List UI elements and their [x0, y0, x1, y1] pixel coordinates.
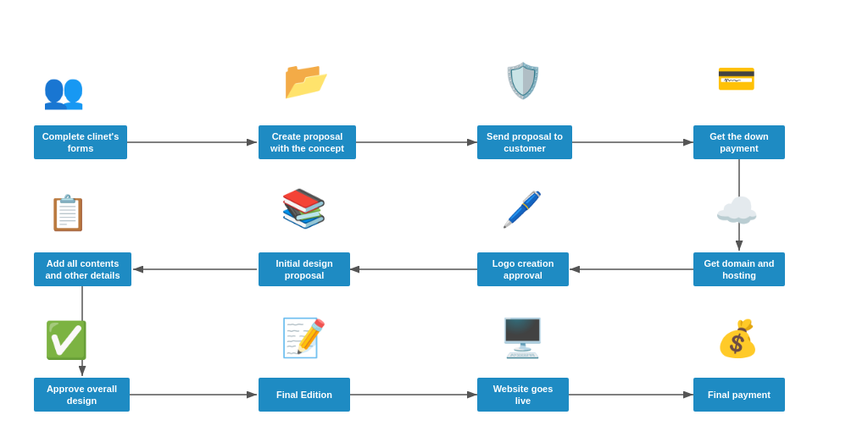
icon-people: 👥 [40, 68, 87, 113]
node-final-edition: Final Edition [259, 378, 350, 412]
node-complete-form: Complete clinet'sforms [34, 125, 127, 159]
node-final-payment: Final payment [693, 378, 785, 412]
workflow-diagram: 👥 📂 🛡️ 💳 📋 📚 🖊️ ☁️ ✅ 📝 🖥️ 💰 Complete cli… [0, 0, 868, 437]
icon-books: 📚 [278, 183, 329, 234]
icon-shield: 🛡️ [499, 58, 547, 103]
icon-approve: ✅ [41, 315, 92, 364]
node-website-live: Website goeslive [477, 378, 569, 412]
node-down-payment: Get the downpayment [693, 125, 785, 159]
node-send-proposal: Send proposal tocustomer [477, 125, 572, 159]
icon-monitor: 🖥️ [495, 312, 549, 364]
icon-document-edit: 📝 [278, 312, 329, 364]
node-logo-creation: Logo creationapproval [477, 252, 569, 286]
icon-pen: 🖊️ [498, 185, 546, 234]
node-domain-hosting: Get domain andhosting [693, 252, 785, 286]
node-approve-design: Approve overalldesign [34, 378, 130, 412]
icon-folder: 📂 [282, 58, 330, 103]
icon-checklist: 📋 [42, 188, 93, 237]
node-add-contents: Add all contentsand other details [34, 252, 131, 286]
icon-cloud: ☁️ [709, 185, 765, 235]
icon-money: 💰 [712, 312, 763, 364]
node-create-proposal: Create proposalwith the concept [259, 125, 356, 159]
icon-card: 💳 [712, 58, 760, 100]
node-initial-design: Initial designproposal [259, 252, 350, 286]
